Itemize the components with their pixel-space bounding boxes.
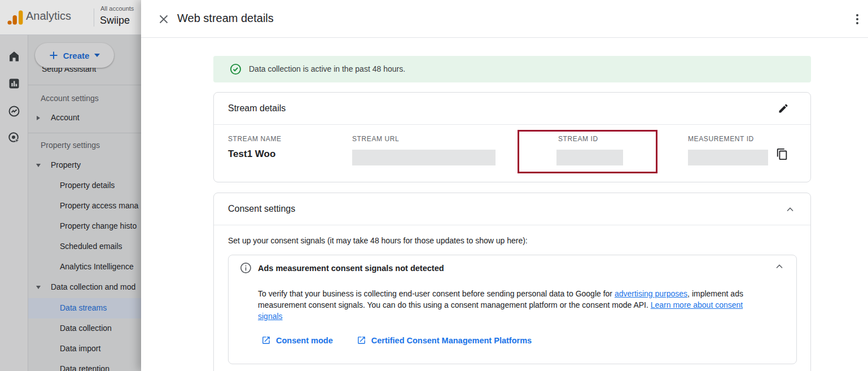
notice-paragraph-part1: To verify that your business is collecti…	[258, 289, 615, 298]
chevron-down-icon	[94, 54, 100, 57]
sidebar-item-data-retention[interactable]: Data retention	[60, 364, 109, 371]
web-stream-details-panel: Web stream details Data collection is ac…	[141, 0, 868, 371]
account-settings-header: Account settings	[41, 94, 99, 103]
create-button[interactable]: Create	[35, 43, 114, 68]
app-title: Analytics	[26, 10, 71, 23]
home-icon[interactable]	[7, 50, 21, 63]
stream-url-redacted-value	[352, 150, 496, 165]
consent-mode-link[interactable]: Consent mode	[261, 335, 333, 345]
certified-cmp-link[interactable]: Certified Consent Management Platforms	[357, 335, 532, 345]
notice-links-row: Consent mode Certified Consent Managemen…	[261, 335, 532, 345]
topbar-divider	[94, 8, 94, 27]
advertising-purposes-link[interactable]: advertising purposes	[615, 289, 687, 298]
explore-icon[interactable]	[7, 104, 21, 118]
sidebar-item-property-details[interactable]: Property details	[60, 181, 115, 190]
nav-divider	[28, 85, 141, 85]
stream-name-value: Test1 Woo	[228, 149, 275, 160]
certified-cmp-link-label: Certified Consent Management Platforms	[371, 336, 532, 345]
chevron-down-icon[interactable]	[36, 164, 41, 167]
ads-consent-notice: Ads measurement consent signals not dete…	[228, 255, 797, 364]
collapse-chevron-up-icon[interactable]	[786, 205, 795, 214]
collapse-chevron-up-icon[interactable]	[775, 262, 784, 271]
edit-pencil-icon[interactable]	[778, 103, 790, 115]
notice-paragraph: To verify that your business is collecti…	[258, 288, 764, 322]
external-link-icon	[357, 335, 366, 345]
panel-header: Web stream details	[141, 0, 868, 38]
measurement-id-redacted-value	[688, 150, 768, 165]
create-button-label: Create	[63, 51, 90, 60]
sidebar-item-data-collection[interactable]: Data collection	[60, 324, 112, 333]
data-collection-active-banner: Data collection is active in the past 48…	[213, 56, 811, 82]
copy-icon[interactable]	[776, 148, 790, 162]
stream-details-card: Stream details STREAM NAME STREAM URL ST…	[213, 92, 811, 182]
panel-title: Web stream details	[177, 12, 274, 25]
sidebar-item-data-streams-label: Data streams	[60, 303, 107, 312]
stream-name-label: STREAM NAME	[228, 135, 282, 143]
stream-id-redacted-value	[556, 150, 623, 165]
sidebar-item-account[interactable]: Account	[51, 113, 80, 122]
sidebar-item-property-change-history[interactable]: Property change histo	[60, 221, 137, 230]
sidebar-item-data-import[interactable]: Data import	[60, 344, 100, 353]
more-options-icon[interactable]	[852, 13, 862, 25]
consent-mode-link-label: Consent mode	[276, 336, 333, 345]
check-circle-icon	[230, 63, 242, 77]
sidebar-item-property[interactable]: Property	[51, 160, 81, 169]
property-settings-header: Property settings	[41, 141, 100, 150]
google-analytics-logo-icon	[7, 10, 24, 28]
sidebar-item-scheduled-emails[interactable]: Scheduled emails	[60, 242, 122, 251]
close-icon[interactable]	[158, 14, 169, 25]
sidebar-item-analytics-intelligence[interactable]: Analytics Intelligence	[60, 262, 134, 271]
external-link-icon	[261, 335, 271, 345]
account-scope-label: All accounts	[100, 5, 134, 12]
consent-settings-card: Consent settings Set up your consent sig…	[213, 193, 811, 371]
sidebar-item-data-streams[interactable]: Data streams	[28, 298, 141, 318]
analytics-app: Analytics All accounts Swiipe Create Set…	[0, 0, 868, 371]
banner-text: Data collection is active in the past 48…	[249, 64, 405, 73]
sidebar-item-data-collection-and-modification[interactable]: Data collection and mod	[51, 282, 135, 291]
consent-intro-text: Set up your consent signals (it may take…	[228, 236, 528, 245]
measurement-id-label: MEASUREMENT ID	[688, 135, 754, 143]
stream-details-title: Stream details	[228, 103, 286, 114]
plus-icon	[49, 51, 58, 60]
stream-url-label: STREAM URL	[352, 135, 399, 143]
admin-nav: Create Setup Assistant Account settings …	[28, 35, 141, 371]
chevron-right-icon[interactable]	[37, 116, 40, 120]
account-switcher[interactable]: Swiipe	[100, 15, 130, 27]
stream-details-card-header: Stream details	[214, 93, 810, 125]
stream-id-label: STREAM ID	[558, 135, 598, 143]
top-bar: Analytics All accounts Swiipe	[0, 0, 141, 35]
sidebar-item-property-access[interactable]: Property access mana	[60, 201, 138, 210]
chevron-down-icon[interactable]	[36, 286, 41, 289]
info-icon	[240, 262, 252, 276]
nav-divider	[28, 133, 141, 133]
advertising-icon[interactable]	[7, 131, 21, 145]
consent-settings-card-header: Consent settings	[214, 193, 810, 225]
reports-icon[interactable]	[7, 77, 21, 90]
notice-title: Ads measurement consent signals not dete…	[258, 264, 444, 273]
consent-settings-title: Consent settings	[228, 204, 295, 214]
nav-rail	[0, 35, 28, 371]
